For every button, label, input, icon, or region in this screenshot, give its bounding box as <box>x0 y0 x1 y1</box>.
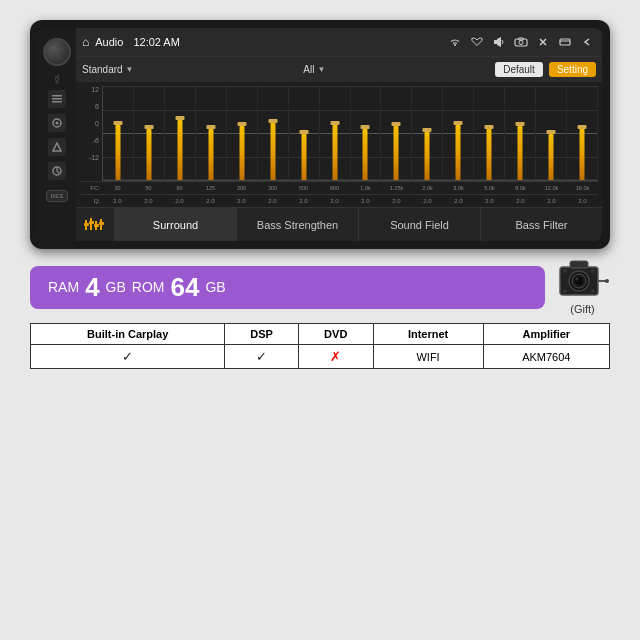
left-panel: VOL <box>38 28 76 241</box>
eq-channel-1[interactable] <box>134 86 165 180</box>
gb1-label: GB <box>106 279 126 295</box>
eq-channel-6[interactable] <box>289 86 320 180</box>
svg-rect-16 <box>560 39 570 45</box>
setting-button[interactable]: Setting <box>549 62 596 77</box>
eq-handle-9[interactable] <box>392 122 401 126</box>
close-icon[interactable] <box>534 33 552 51</box>
left-icon-4[interactable] <box>48 162 66 180</box>
heart-icon <box>468 33 486 51</box>
left-icon-2[interactable] <box>48 114 66 132</box>
eq-handle-15[interactable] <box>578 125 587 129</box>
page-container: VOL <box>0 0 640 640</box>
svg-rect-1 <box>52 98 62 100</box>
svg-rect-23 <box>89 221 94 224</box>
eq-area: 12 6 0 -6 -12 <box>76 82 602 207</box>
eq-handle-3[interactable] <box>206 125 215 129</box>
eq-handle-0[interactable] <box>113 121 122 125</box>
window-icon[interactable] <box>556 33 574 51</box>
fc-val-14: 12.0k <box>536 182 567 194</box>
speaker-icon[interactable] <box>490 33 508 51</box>
q-val-8: 2.0 <box>350 195 381 207</box>
svg-rect-31 <box>570 261 588 268</box>
back-icon[interactable] <box>578 33 596 51</box>
eq-channel-0[interactable] <box>103 86 134 180</box>
preset-dropdown[interactable]: Standard ▼ <box>82 64 134 75</box>
eq-bar-1 <box>146 128 151 180</box>
eq-handle-8[interactable] <box>361 125 370 129</box>
q-val-6: 2.0 <box>288 195 319 207</box>
left-icon-1 <box>48 90 66 108</box>
eq-channel-15[interactable] <box>567 86 598 180</box>
svg-point-30 <box>576 278 579 281</box>
q-val-3: 2.0 <box>195 195 226 207</box>
ram-label: RAM <box>48 279 79 295</box>
eq-handle-2[interactable] <box>175 116 184 120</box>
cell-dvd: ✗ <box>298 345 373 369</box>
camera-icon[interactable] <box>512 33 530 51</box>
gb2-label: GB <box>205 279 225 295</box>
bottom-tabs: Surround Bass Strengthen Sound Field Bas… <box>76 207 602 241</box>
feature-table: Built-in Carplay DSP DVD Internet Amplif… <box>30 323 610 369</box>
eq-handle-14[interactable] <box>547 130 556 134</box>
eq-bar-7 <box>332 124 337 180</box>
q-val-11: 2.0 <box>443 195 474 207</box>
eq-channel-11[interactable] <box>443 86 474 180</box>
eq-handle-10[interactable] <box>423 128 432 132</box>
svg-rect-24 <box>94 224 99 227</box>
eq-handle-1[interactable] <box>144 125 153 129</box>
col-dsp: DSP <box>225 324 298 345</box>
top-bar: ⌂ Audio 12:02 AM <box>76 28 602 56</box>
eq-handle-7[interactable] <box>330 121 339 125</box>
eq-channel-8[interactable] <box>351 86 382 180</box>
tab-bass-filter[interactable]: Bass Filter <box>480 208 602 241</box>
tab-surround[interactable]: Surround <box>114 208 236 241</box>
eq-channel-5[interactable] <box>258 86 289 180</box>
y-axis: 12 6 0 -6 -12 <box>80 86 102 181</box>
eq-channel-14[interactable] <box>536 86 567 180</box>
eq-handle-5[interactable] <box>268 119 277 123</box>
rom-label: ROM <box>132 279 165 295</box>
col-dvd: DVD <box>298 324 373 345</box>
svg-rect-2 <box>52 101 62 103</box>
eq-channel-12[interactable] <box>474 86 505 180</box>
eq-handle-6[interactable] <box>299 130 308 134</box>
svg-point-4 <box>56 122 59 125</box>
eq-handle-11[interactable] <box>454 121 463 125</box>
q-values: 2.02.02.02.02.02.02.02.02.02.02.02.02.02… <box>102 195 598 207</box>
y-label-n12: -12 <box>89 154 99 161</box>
eq-channel-13[interactable] <box>505 86 536 180</box>
eq-channel-7[interactable] <box>320 86 351 180</box>
eq-handle-12[interactable] <box>485 125 494 129</box>
svg-rect-0 <box>52 95 62 97</box>
eq-handle-4[interactable] <box>237 122 246 126</box>
controls-row: Standard ▼ All ▼ Default Setting <box>76 56 602 82</box>
left-icon-3[interactable] <box>48 138 66 156</box>
svg-point-35 <box>591 289 595 293</box>
rom-value: 64 <box>171 272 200 303</box>
q-val-5: 2.0 <box>257 195 288 207</box>
eq-channel-2[interactable] <box>165 86 196 180</box>
eq-channel-3[interactable] <box>196 86 227 180</box>
volume-knob[interactable] <box>43 38 71 66</box>
fc-val-10: 2.0k <box>412 182 443 194</box>
eq-handle-13[interactable] <box>516 122 525 126</box>
eq-channel-4[interactable] <box>227 86 258 180</box>
svg-marker-10 <box>497 37 501 47</box>
tab-bass-strengthen[interactable]: Bass Strengthen <box>236 208 358 241</box>
band-dropdown[interactable]: All ▼ <box>303 64 325 75</box>
fc-val-12: 5.0k <box>474 182 505 194</box>
tab-sound-field[interactable]: Sound Field <box>358 208 480 241</box>
res-button[interactable]: RES <box>46 190 68 202</box>
default-button[interactable]: Default <box>495 62 543 77</box>
q-val-14: 2.0 <box>536 195 567 207</box>
svg-point-33 <box>591 269 595 273</box>
fc-val-9: 1.25k <box>381 182 412 194</box>
q-val-15: 2.0 <box>567 195 598 207</box>
home-icon[interactable]: ⌂ <box>82 35 89 49</box>
q-label: Q: <box>80 195 102 207</box>
y-label-12: 12 <box>91 86 99 93</box>
eq-channel-10[interactable] <box>412 86 443 180</box>
eq-channel-9[interactable] <box>381 86 412 180</box>
svg-rect-9 <box>494 40 497 44</box>
fc-val-5: 300 <box>257 182 288 194</box>
